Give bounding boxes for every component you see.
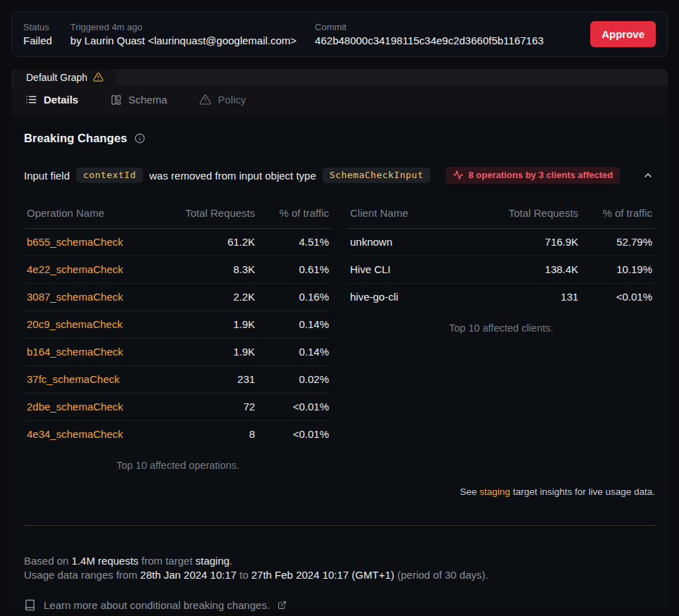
- tab-default-graph[interactable]: Default Graph: [14, 69, 116, 85]
- based-on-line: Based on 1.4M requests from target stagi…: [24, 554, 655, 568]
- clients-table: Client Name Total Requests % of traffic …: [347, 203, 655, 310]
- approve-button[interactable]: Approve: [590, 21, 656, 47]
- operation-requests: 8.3K: [166, 256, 258, 284]
- operations-column: Operation Name Total Requests % of traff…: [24, 203, 332, 471]
- affected-operations-badge[interactable]: 8 operations by 3 clients affected: [446, 167, 620, 184]
- operation-row: b164_schemaCheck 1.9K 0.14%: [24, 339, 332, 366]
- operation-traffic: 0.61%: [258, 256, 332, 284]
- operations-caption: Top 10 affected operations.: [24, 460, 332, 471]
- operation-name-link[interactable]: b164_schemaCheck: [24, 339, 166, 366]
- graph-warning-icon: [93, 72, 104, 82]
- client-traffic: <0.01%: [581, 284, 655, 311]
- insights-note-suffix: target insights for live usage data.: [510, 486, 655, 497]
- client-requests: 131: [489, 284, 581, 311]
- operation-requests: 1.9K: [166, 339, 258, 366]
- tab-policy[interactable]: Policy: [199, 94, 246, 106]
- col-operation-name: Operation Name: [24, 203, 166, 229]
- clients-header-row: Client Name Total Requests % of traffic: [347, 203, 655, 229]
- based-on-target: staging: [195, 555, 229, 567]
- client-name: unknown: [347, 229, 489, 256]
- operation-traffic: 4.51%: [258, 229, 332, 256]
- book-icon: [24, 599, 36, 611]
- client-traffic: 10.19%: [581, 256, 655, 284]
- col-percent-traffic: % of traffic: [258, 203, 332, 229]
- learn-more-link[interactable]: Learn more about conditional breaking ch…: [24, 599, 655, 611]
- field-code-pill: contextId: [76, 168, 143, 183]
- operation-name-link[interactable]: 3087_schemaCheck: [24, 284, 166, 311]
- tab-details-label: Details: [44, 94, 78, 106]
- clients-column: Client Name Total Requests % of traffic …: [347, 203, 655, 334]
- usage-tables: Operation Name Total Requests % of traff…: [24, 203, 655, 471]
- range-start: 28th Jan 2024 10:17: [140, 569, 237, 581]
- operation-traffic: <0.01%: [258, 421, 332, 448]
- operation-name-link[interactable]: 4e34_schemaCheck: [24, 421, 166, 448]
- operation-name-link[interactable]: 20c9_schemaCheck: [24, 311, 166, 339]
- operation-name-link[interactable]: 2dbe_schemaCheck: [24, 394, 166, 421]
- client-name: hive-go-cli: [347, 284, 489, 311]
- usage-summary: Based on 1.4M requests from target stagi…: [24, 554, 655, 582]
- operation-name-link[interactable]: 37fc_schemaCheck: [24, 366, 166, 394]
- type-code-pill: SchemaCheckInput: [323, 168, 430, 183]
- status-label: Status: [23, 22, 52, 32]
- external-link-icon: [278, 601, 287, 610]
- based-on-middle: from target: [139, 555, 196, 567]
- check-summary-header: Status Failed Triggered 4m ago by Laurin…: [11, 11, 668, 57]
- triggered-author: by Laurin Quast <laurinquast@googlemail.…: [70, 34, 297, 46]
- operation-name-link[interactable]: b655_schemaCheck: [24, 229, 166, 256]
- chevron-up-icon: [642, 170, 654, 181]
- client-row: unknown 716.9K 52.79%: [347, 229, 655, 256]
- commit-label: Commit: [315, 22, 544, 32]
- insights-note-prefix: See: [460, 486, 480, 497]
- operation-row: 3087_schemaCheck 2.2K 0.16%: [24, 284, 332, 311]
- change-text-prefix: Input field: [24, 170, 70, 182]
- operation-row: 2dbe_schemaCheck 72 <0.01%: [24, 394, 332, 421]
- triggered-column: Triggered 4m ago by Laurin Quast <laurin…: [70, 22, 297, 46]
- commit-hash: 462b48000c34198115c34e9c2d3660f5b1167163: [315, 34, 544, 46]
- client-row: hive-go-cli 131 <0.01%: [347, 284, 655, 311]
- operation-requests: 8: [166, 421, 258, 448]
- staging-insights-link[interactable]: staging: [480, 486, 511, 497]
- details-content: Breaking Changes Input field contextId w…: [11, 115, 668, 611]
- change-text-middle: was removed from input object type: [149, 170, 316, 182]
- col-total-requests: Total Requests: [166, 203, 258, 229]
- operation-requests: 231: [166, 366, 258, 394]
- collapse-change-button[interactable]: [641, 168, 655, 182]
- graph-tab-label: Default Graph: [26, 72, 87, 83]
- operation-requests: 2.2K: [166, 284, 258, 311]
- operation-traffic: 0.14%: [258, 339, 332, 366]
- breaking-changes-heading: Breaking Changes: [24, 132, 655, 145]
- activity-icon: [453, 170, 463, 180]
- client-row: Hive CLI 138.4K 10.19%: [347, 256, 655, 284]
- operations-header-row: Operation Name Total Requests % of traff…: [24, 203, 332, 229]
- operation-requests: 61.2K: [166, 229, 258, 256]
- operation-requests: 1.9K: [166, 311, 258, 339]
- based-on-suffix: .: [230, 555, 232, 567]
- tab-schema-label: Schema: [128, 94, 167, 106]
- operation-row: 37fc_schemaCheck 231 0.02%: [24, 366, 332, 394]
- based-on-prefix: Based on: [24, 555, 72, 567]
- graph-tabstrip: Default Graph: [11, 69, 668, 85]
- tab-details[interactable]: Details: [25, 94, 78, 106]
- client-requests: 138.4K: [489, 256, 581, 284]
- check-subtabs: Details Schema Policy: [11, 85, 668, 115]
- operations-table: Operation Name Total Requests % of traff…: [24, 203, 332, 448]
- date-range-line: Usage data ranges from 28th Jan 2024 10:…: [24, 568, 655, 582]
- footer-divider: [24, 525, 655, 526]
- operation-requests: 72: [166, 394, 258, 421]
- operation-row: b655_schemaCheck 61.2K 4.51%: [24, 229, 332, 256]
- tab-schema[interactable]: Schema: [111, 94, 167, 106]
- operations-table-body: b655_schemaCheck 61.2K 4.51% 4e22_schema…: [24, 229, 332, 448]
- affected-badge-label: 8 operations by 3 clients affected: [468, 170, 613, 180]
- tab-policy-label: Policy: [218, 94, 246, 106]
- range-to: to: [237, 569, 251, 581]
- clients-table-body: unknown 716.9K 52.79% Hive CLI 138.4K 10…: [347, 229, 655, 311]
- operation-traffic: 0.16%: [258, 284, 332, 311]
- info-icon[interactable]: [135, 133, 145, 144]
- client-requests: 716.9K: [489, 229, 581, 256]
- col-client-requests: Total Requests: [489, 203, 581, 229]
- schema-check-panel: Default Graph Details Schema Policy: [11, 69, 668, 611]
- operation-name-link[interactable]: 4e22_schemaCheck: [24, 256, 166, 284]
- breaking-change-row: Input field contextId was removed from i…: [24, 167, 655, 184]
- clients-caption: Top 10 affected clients.: [347, 322, 655, 334]
- operation-row: 20c9_schemaCheck 1.9K 0.14%: [24, 311, 332, 339]
